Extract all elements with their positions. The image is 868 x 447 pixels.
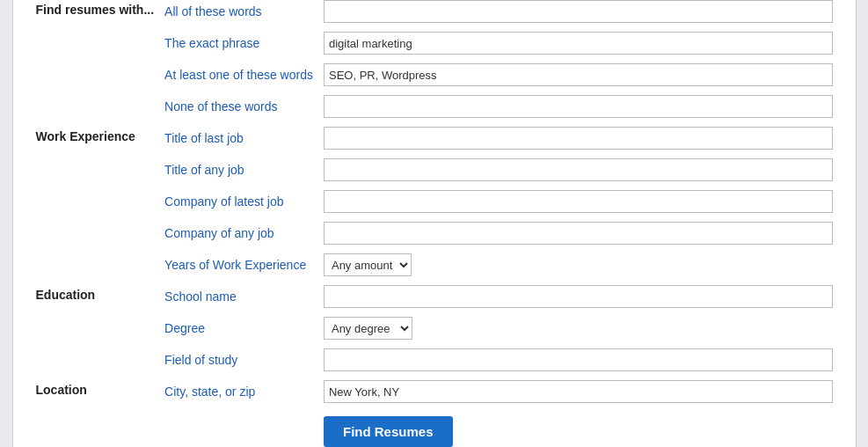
city-state-zip-label: City, state, or zip bbox=[159, 376, 318, 407]
all-words-label: All of these words bbox=[159, 0, 318, 27]
degree-label: Degree bbox=[159, 312, 318, 344]
company-latest-input[interactable] bbox=[324, 190, 833, 213]
years-experience-cell: Any amount 1+ years 2+ years 3+ years 5+… bbox=[318, 249, 838, 281]
school-name-label: School name bbox=[159, 281, 318, 312]
company-any-label: Company of any job bbox=[159, 217, 318, 249]
title-any-cell bbox=[318, 154, 838, 186]
all-words-cell bbox=[318, 0, 838, 27]
title-any-input[interactable] bbox=[324, 158, 833, 181]
search-container: Find resumes with... All of these words … bbox=[12, 0, 857, 447]
none-words-input[interactable] bbox=[324, 95, 833, 118]
exact-phrase-label: The exact phrase bbox=[159, 27, 318, 59]
title-any-label: Title of any job bbox=[159, 154, 318, 186]
city-state-zip-cell bbox=[318, 376, 838, 407]
degree-select[interactable]: Any degree High School Associate Bachelo… bbox=[324, 317, 412, 340]
find-resumes-header: Find resumes with... bbox=[31, 0, 160, 27]
company-latest-label: Company of latest job bbox=[159, 186, 318, 217]
exact-phrase-input[interactable] bbox=[324, 32, 833, 55]
title-last-label: Title of last job bbox=[159, 122, 318, 154]
all-words-input[interactable] bbox=[324, 0, 833, 23]
school-name-cell bbox=[318, 281, 838, 312]
at-least-label: At least one of these words bbox=[159, 59, 318, 91]
years-experience-label: Years of Work Experience bbox=[159, 249, 318, 281]
company-latest-cell bbox=[318, 186, 838, 217]
none-words-label: None of these words bbox=[159, 91, 318, 122]
exact-phrase-cell bbox=[318, 27, 838, 59]
find-resumes-button[interactable]: Find Resumes bbox=[324, 416, 453, 447]
company-any-cell bbox=[318, 217, 838, 249]
years-experience-select[interactable]: Any amount 1+ years 2+ years 3+ years 5+… bbox=[324, 253, 412, 276]
at-least-cell bbox=[318, 59, 838, 91]
company-any-input[interactable] bbox=[324, 222, 833, 245]
title-last-input[interactable] bbox=[324, 127, 833, 150]
city-state-zip-input[interactable] bbox=[324, 380, 833, 403]
location-section-label: Location bbox=[31, 376, 160, 407]
field-of-study-cell bbox=[318, 344, 838, 376]
education-section-label: Education bbox=[31, 281, 160, 312]
field-of-study-input[interactable] bbox=[324, 348, 833, 371]
school-name-input[interactable] bbox=[324, 285, 833, 308]
at-least-input[interactable] bbox=[324, 63, 833, 86]
none-words-cell bbox=[318, 91, 838, 122]
find-resumes-label: Find resumes with... bbox=[36, 3, 155, 17]
degree-cell: Any degree High School Associate Bachelo… bbox=[318, 312, 838, 344]
work-experience-section-label: Work Experience bbox=[31, 122, 160, 154]
find-resumes-button-cell: Find Resumes bbox=[318, 407, 838, 447]
field-of-study-label: Field of study bbox=[159, 344, 318, 376]
title-last-cell bbox=[318, 122, 838, 154]
